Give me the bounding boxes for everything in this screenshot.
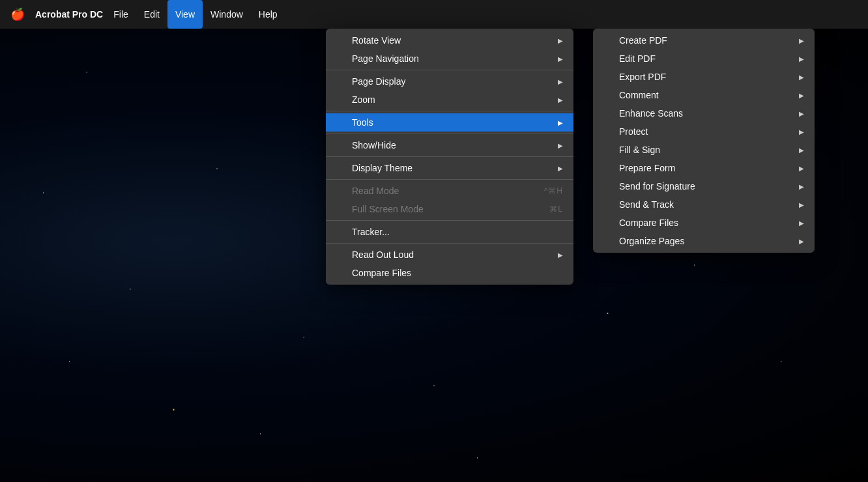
compare-files-view-label: Compare Files — [352, 268, 411, 278]
menu-item-comment[interactable]: Comment ▶ — [593, 86, 815, 104]
menu-item-show-hide[interactable]: Show/Hide ▶ — [326, 136, 573, 154]
read-out-loud-arrow: ▶ — [558, 251, 563, 259]
rotate-view-label: Rotate View — [352, 35, 401, 46]
send-signature-label: Send for Signature — [619, 181, 695, 191]
page-display-label: Page Display — [352, 76, 406, 87]
menu-item-tracker[interactable]: Tracker... — [326, 223, 573, 241]
compare-files-label: Compare Files — [619, 218, 678, 228]
read-mode-label: Read Mode — [352, 186, 399, 196]
page-display-arrow: ▶ — [558, 78, 563, 85]
menubar-file[interactable]: File — [106, 0, 136, 29]
menu-item-zoom[interactable]: Zoom ▶ — [326, 91, 573, 109]
page-navigation-label: Page Navigation — [352, 53, 419, 64]
export-pdf-label: Export PDF — [619, 72, 666, 82]
organize-pages-label: Organize Pages — [619, 236, 684, 246]
tools-arrow: ▶ — [558, 119, 563, 126]
menu-item-compare-files-view[interactable]: Compare Files — [326, 264, 573, 282]
full-screen-label: Full Screen Mode — [352, 204, 424, 214]
create-pdf-arrow: ▶ — [799, 37, 804, 44]
menu-item-fill-sign[interactable]: Fill & Sign ▶ — [593, 141, 815, 159]
divider-2 — [326, 111, 573, 111]
rotate-view-arrow: ▶ — [558, 37, 563, 44]
compare-files-arrow: ▶ — [799, 220, 804, 227]
comment-arrow: ▶ — [799, 92, 804, 99]
menu-item-create-pdf[interactable]: Create PDF ▶ — [593, 31, 815, 50]
zoom-arrow: ▶ — [558, 96, 563, 104]
send-track-arrow: ▶ — [799, 201, 804, 208]
menu-item-export-pdf[interactable]: Export PDF ▶ — [593, 68, 815, 86]
menu-item-tools[interactable]: Tools ▶ — [326, 113, 573, 132]
menubar-view[interactable]: View — [167, 0, 203, 29]
menu-item-page-navigation[interactable]: Page Navigation ▶ — [326, 50, 573, 68]
menu-item-page-display[interactable]: Page Display ▶ — [326, 72, 573, 91]
menu-item-organize-pages[interactable]: Organize Pages ▶ — [593, 232, 815, 250]
show-hide-arrow: ▶ — [558, 142, 563, 149]
zoom-label: Zoom — [352, 94, 375, 105]
create-pdf-label: Create PDF — [619, 35, 667, 46]
divider-1 — [326, 70, 573, 70]
fill-sign-arrow: ▶ — [799, 147, 804, 154]
tools-submenu-container: Create PDF ▶ Edit PDF ▶ Export PDF ▶ — [593, 29, 815, 253]
apple-menu[interactable]: 🍎 — [0, 7, 35, 21]
prepare-form-arrow: ▶ — [799, 165, 804, 172]
menu-item-display-theme[interactable]: Display Theme ▶ — [326, 159, 573, 177]
fill-sign-label: Fill & Sign — [619, 145, 660, 155]
menu-item-send-track[interactable]: Send & Track ▶ — [593, 195, 815, 214]
menubar-window[interactable]: Window — [203, 0, 251, 29]
tools-submenu: Create PDF ▶ Edit PDF ▶ Export PDF ▶ — [593, 29, 815, 253]
view-dropdown-menu: Rotate View ▶ Page Navigation ▶ Page Dis… — [326, 29, 573, 285]
display-theme-label: Display Theme — [352, 163, 412, 173]
apple-icon: 🍎 — [10, 7, 25, 21]
divider-6 — [326, 220, 573, 221]
menu-item-read-out-loud[interactable]: Read Out Loud ▶ — [326, 246, 573, 264]
prepare-form-label: Prepare Form — [619, 163, 675, 173]
divider-5 — [326, 179, 573, 180]
menubar: 🍎 Acrobat Pro DC File Edit View Window H… — [0, 0, 868, 29]
display-theme-arrow: ▶ — [558, 165, 563, 172]
organize-pages-arrow: ▶ — [799, 238, 804, 245]
enhance-scans-label: Enhance Scans — [619, 108, 683, 119]
show-hide-label: Show/Hide — [352, 140, 396, 150]
send-track-label: Send & Track — [619, 199, 674, 210]
menubar-help[interactable]: Help — [251, 0, 285, 29]
read-out-loud-label: Read Out Loud — [352, 249, 414, 260]
app-name[interactable]: Acrobat Pro DC — [35, 9, 103, 20]
menu-item-compare-files[interactable]: Compare Files ▶ — [593, 214, 815, 232]
send-signature-arrow: ▶ — [799, 183, 804, 190]
divider-7 — [326, 243, 573, 244]
menu-item-rotate-view[interactable]: Rotate View ▶ — [326, 31, 573, 50]
enhance-scans-arrow: ▶ — [799, 110, 804, 117]
menu-item-protect[interactable]: Protect ▶ — [593, 122, 815, 141]
menu-item-edit-pdf[interactable]: Edit PDF ▶ — [593, 50, 815, 68]
tools-label: Tools — [352, 117, 373, 128]
full-screen-shortcut: ⌘L — [549, 205, 563, 214]
comment-label: Comment — [619, 90, 659, 100]
protect-arrow: ▶ — [799, 128, 804, 135]
divider-4 — [326, 156, 573, 157]
menu-item-enhance-scans[interactable]: Enhance Scans ▶ — [593, 104, 815, 122]
divider-3 — [326, 134, 573, 134]
menu-item-prepare-form[interactable]: Prepare Form ▶ — [593, 159, 815, 177]
edit-pdf-label: Edit PDF — [619, 53, 656, 64]
protect-label: Protect — [619, 126, 648, 137]
export-pdf-arrow: ▶ — [799, 74, 804, 81]
tracker-label: Tracker... — [352, 227, 390, 237]
page-navigation-arrow: ▶ — [558, 55, 563, 63]
read-mode-shortcut: ^⌘H — [544, 186, 563, 195]
edit-pdf-arrow: ▶ — [799, 55, 804, 63]
menu-item-send-signature[interactable]: Send for Signature ▶ — [593, 177, 815, 195]
menubar-edit[interactable]: Edit — [136, 0, 167, 29]
menu-item-read-mode[interactable]: Read Mode ^⌘H — [326, 182, 573, 200]
menu-item-full-screen[interactable]: Full Screen Mode ⌘L — [326, 200, 573, 218]
